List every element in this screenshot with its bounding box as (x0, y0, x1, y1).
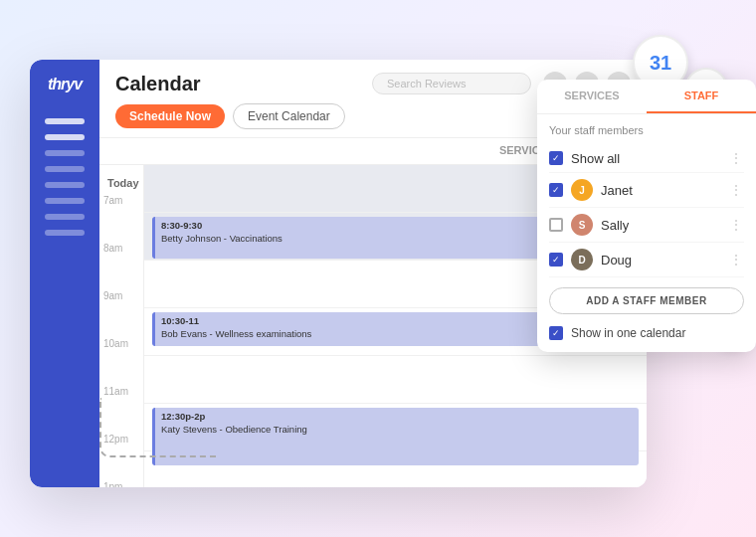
check-icon-show-all: ✓ (552, 154, 560, 163)
checkbox-show-one-cal[interactable]: ✓ (549, 326, 563, 340)
schedule-now-button[interactable]: Schedule Now (115, 104, 225, 128)
event-time-3: 12:30p-2p (161, 410, 633, 423)
time-8am: 8am (99, 241, 143, 288)
checkbox-show-all[interactable]: ✓ (549, 151, 563, 165)
show-one-calendar-row[interactable]: ✓ Show in one calendar (549, 320, 744, 342)
event-calendar-button[interactable]: Event Calendar (233, 103, 345, 129)
event-katy[interactable]: 12:30p-2p Katy Stevens - Obedience Train… (152, 408, 639, 465)
sidebar-item-7[interactable] (45, 214, 85, 220)
sidebar-item-3[interactable] (45, 150, 85, 156)
time-1pm: 1pm (99, 479, 143, 487)
checkbox-doug[interactable]: ✓ (549, 253, 563, 267)
sidebar-item-8[interactable] (45, 230, 85, 236)
show-one-calendar-label: Show in one calendar (571, 326, 685, 340)
staff-name-doug: Doug (601, 253, 721, 268)
time-9am: 9am (99, 288, 143, 336)
time-10am: 10am (99, 336, 143, 384)
checkbox-janet[interactable]: ✓ (549, 183, 563, 197)
check-icon-show-one-cal: ✓ (552, 329, 560, 338)
staff-name-janet: Janet (601, 183, 721, 198)
avatar-doug: D (571, 249, 593, 270)
staff-popup: SERVICES STAFF Your staff members ✓ Show… (537, 80, 756, 352)
sidebar-item-5[interactable] (45, 182, 85, 188)
sally-dots[interactable]: ⋮ (729, 217, 744, 233)
check-icon-janet: ✓ (552, 186, 560, 195)
time-7am: 7am (99, 193, 143, 241)
staff-row-janet[interactable]: ✓ J Janet ⋮ (549, 173, 744, 208)
popup-tab-services[interactable]: SERVICES (537, 80, 647, 113)
google-cal-date: 31 (650, 53, 671, 73)
sidebar-item-4[interactable] (45, 166, 85, 172)
slot-11am (144, 356, 647, 404)
staff-row-show-all[interactable]: ✓ Show all ⋮ (549, 144, 744, 173)
popup-body: Your staff members ✓ Show all ⋮ ✓ J Jane… (537, 114, 756, 352)
staff-name-sally: Sally (601, 218, 721, 233)
popup-tab-staff[interactable]: STAFF (647, 80, 756, 113)
sidebar-item-6[interactable] (45, 198, 85, 204)
avatar-sally: S (571, 214, 593, 236)
popup-tab-bar: SERVICES STAFF (537, 80, 756, 114)
staff-row-sally[interactable]: S Sally ⋮ (549, 208, 744, 243)
search-placeholder: Search Reviews (387, 78, 466, 90)
avatar-janet: J (571, 179, 593, 201)
today-label: Today (99, 173, 143, 193)
sidebar: thryv (30, 60, 99, 487)
checkbox-sally[interactable] (549, 218, 563, 232)
janet-dots[interactable]: ⋮ (729, 182, 744, 198)
search-bar[interactable]: Search Reviews (372, 73, 531, 94)
doug-dots[interactable]: ⋮ (729, 252, 744, 268)
show-all-dots[interactable]: ⋮ (729, 150, 744, 166)
check-icon-doug: ✓ (552, 256, 560, 265)
staff-section-title: Your staff members (549, 124, 744, 136)
staff-row-doug[interactable]: ✓ D Doug ⋮ (549, 243, 744, 277)
sidebar-item-2[interactable] (45, 134, 85, 140)
sidebar-item-1[interactable] (45, 118, 85, 124)
dashed-decoration (99, 398, 219, 457)
page-title: Calendar (115, 73, 201, 95)
show-all-label: Show all (571, 151, 721, 166)
add-staff-button[interactable]: ADD A STAFF MEMBER (549, 287, 744, 314)
event-desc-3: Katy Stevens - Obedience Training (161, 423, 633, 436)
sidebar-logo: thryv (48, 76, 82, 93)
